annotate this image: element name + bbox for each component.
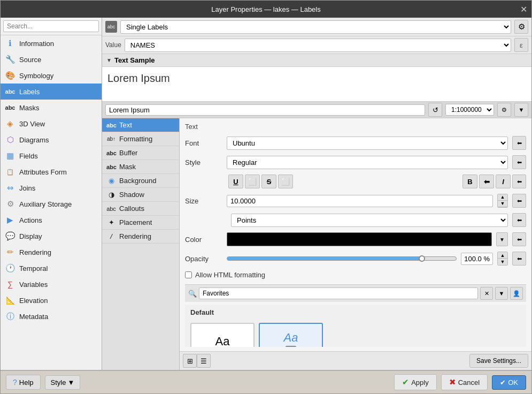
sidebar-item-elevation[interactable]: 📐 Elevation [1,292,102,308]
sidebar-item-information[interactable]: ℹ Information [1,35,102,51]
underline-button[interactable]: U [228,175,243,188]
symbology-icon: 🎨 [5,70,16,81]
rendering-submenu-icon: / [106,232,116,240]
help-button[interactable]: ? Help [6,375,41,390]
font-select[interactable]: Ubuntu [227,137,508,150]
scale-select[interactable]: 1:1000000 [445,104,494,116]
html-format-checkbox[interactable] [185,271,192,278]
sidebar-item-display[interactable]: 💬 Display [1,228,102,244]
submenu-label-buffer: Buffer [119,149,137,157]
opacity-slider-thumb[interactable] [419,255,425,262]
sidebar-item-source[interactable]: 🔧 Source [1,51,102,67]
formatting-submenu-icon: ab↑ [106,136,116,142]
close-button[interactable]: ✕ [520,4,527,14]
font-card-regular[interactable]: Aa [190,323,255,347]
main-window: Layer Properties — lakes — Labels ✕ ℹ In… [0,0,532,394]
sidebar-item-joins[interactable]: ⇔ Joins [1,180,102,196]
submenu-item-text[interactable]: abc Text [102,118,179,132]
sidebar-item-masks[interactable]: abc Masks [1,100,102,116]
style-copy-button[interactable]: ⬅ [512,155,526,169]
strikeout-btn1[interactable]: ⬜ [245,175,260,188]
color-copy-button[interactable]: ⬅ [512,232,526,246]
font-copy-button[interactable]: ⬅ [512,136,526,150]
submenu-item-rendering[interactable]: / Rendering [102,230,179,244]
submenu-item-shadow[interactable]: ◑ Shadow [102,188,179,202]
sidebar-item-labels[interactable]: abc Labels [1,84,102,100]
callouts-submenu-icon: abc [106,206,116,212]
scale-settings-button[interactable]: ⚙ [497,103,511,117]
single-labels-select[interactable]: Single Labels [120,20,511,34]
ok-button[interactable]: ✔ OK [492,375,526,390]
size-spinner: ▲ ▼ [497,194,508,208]
favorites-dropdown-button[interactable]: ▼ [495,287,508,300]
strikethrough-button[interactable]: S [261,175,276,188]
sidebar-item-auxiliarystorage[interactable]: ⚙ Auxiliary Storage [1,196,102,212]
submenu-label-callouts: Callouts [119,204,144,213]
grid-view-button[interactable]: ⊞ [183,354,197,368]
sidebar-item-variables[interactable]: ∑ Variables [1,276,102,292]
save-settings-button[interactable]: Save Settings... [469,354,528,368]
submenu-item-mask[interactable]: abc Mask [102,160,179,174]
font-label: Font [185,139,222,147]
opacity-down-button[interactable]: ▼ [498,259,507,265]
titlebar: Layer Properties — lakes — Labels ✕ [1,1,531,18]
favorites-add-button[interactable]: 👤 [510,287,523,300]
fields-icon: ▦ [5,150,16,161]
sidebar-item-rendering[interactable]: ✏ Rendering [1,244,102,260]
size-unit-copy-button[interactable]: ⬅ [512,213,526,227]
submenu-item-callouts[interactable]: abc Callouts [102,202,179,216]
scale-text-input[interactable] [105,104,425,116]
format-btn4[interactable]: ⬜ [278,175,293,188]
scale-reset-button[interactable]: ↺ [428,103,442,117]
submenu-label-mask: Mask [119,163,136,171]
opacity-up-button[interactable]: ▲ [498,252,507,259]
sidebar-item-metadata[interactable]: ⓘ Metadata [1,308,102,324]
favorites-clear-button[interactable]: ✕ [480,287,493,300]
format-italic-btn[interactable]: I [496,175,511,188]
background-submenu-icon: ◉ [106,177,116,185]
sidebar-search-input[interactable] [3,20,99,32]
html-format-row: Allow HTML formatting [185,271,526,279]
size-input[interactable] [227,195,493,207]
sidebar-item-attributesform[interactable]: 📋 Attributes Form [1,164,102,180]
sidebar-item-actions[interactable]: ▶ Actions [1,212,102,228]
font-card-italic[interactable]: Aa abc [259,323,323,347]
list-view-button[interactable]: ☰ [197,354,211,368]
format-copy-btn[interactable]: ⬅ [479,175,494,188]
style-select[interactable]: Regular Bold Italic Bold Italic [227,156,508,169]
bold-button[interactable]: B [462,175,477,188]
value-epsilon-button[interactable]: ε [514,38,528,52]
submenu-item-placement[interactable]: ✦ Placement [102,216,179,230]
cancel-button[interactable]: ✖ Cancel [441,374,488,390]
apply-button[interactable]: ✔ Apply [394,374,437,390]
sidebar-item-fields[interactable]: ▦ Fields [1,148,102,164]
sidebar-item-diagrams[interactable]: ⬡ Diagrams [1,132,102,148]
opacity-slider-track[interactable] [227,256,457,261]
format-extra-btn[interactable]: ⬅ [512,175,526,188]
opacity-copy-button[interactable]: ⬅ [512,252,526,266]
sidebar-item-temporal[interactable]: 🕐 Temporal [1,260,102,276]
size-unit-select[interactable]: Points Pixels Millimeters [231,214,508,227]
size-down-button[interactable]: ▼ [498,201,507,207]
scale-extra-button[interactable]: ▼ [514,103,528,117]
diagrams-icon: ⬡ [5,134,16,145]
submenu-item-formatting[interactable]: ab↑ Formatting [102,132,179,146]
labels-options-button[interactable]: ⚙ [514,20,528,34]
sidebar-item-symbology[interactable]: 🎨 Symbology [1,67,102,84]
submenu-item-buffer[interactable]: abc Buffer [102,146,179,160]
submenu-item-background[interactable]: ◉ Background [102,174,179,188]
text-sample-arrow: ▼ [106,57,112,63]
size-copy-button[interactable]: ⬅ [512,194,526,208]
style-row: Style Regular Bold Italic Bold Italic ⬅ [185,155,526,169]
color-dropdown-button[interactable]: ▼ [496,232,508,246]
style-button[interactable]: Style ▼ [45,375,81,390]
sidebar-item-3dview[interactable]: ◈ 3D View [1,116,102,132]
sidebar-label-fields: Fields [19,152,38,160]
size-up-button[interactable]: ▲ [498,194,507,201]
opacity-input[interactable] [461,253,493,265]
text-sample-header[interactable]: ▼ Text Sample [102,54,531,67]
favorites-search-input[interactable] [199,287,478,299]
font-grid-area: Default Aa Aa abc [185,305,526,347]
value-field-select[interactable]: NAMES [125,39,511,52]
color-swatch[interactable] [227,232,492,246]
